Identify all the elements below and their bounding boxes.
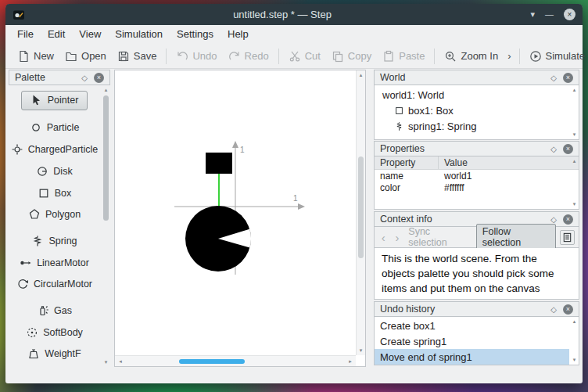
palette-item-polygon[interactable]: Polygon: [28, 206, 81, 223]
cut-button[interactable]: Cut: [283, 48, 326, 65]
back-arrow-icon[interactable]: ‹: [378, 232, 389, 243]
box1-object[interactable]: [206, 153, 232, 174]
simulate-button[interactable]: Simulate: [524, 48, 588, 65]
menu-settings[interactable]: Settings: [170, 25, 220, 44]
scroll-up-icon[interactable]: ▴: [570, 157, 579, 165]
paste-button[interactable]: Paste: [377, 48, 430, 65]
scrollbar-thumb[interactable]: [179, 359, 245, 364]
float-panel-icon[interactable]: ◇: [550, 215, 557, 224]
palette-item-particle[interactable]: Particle: [30, 120, 80, 137]
palette-item-linearmotor[interactable]: LinearMotor: [20, 254, 89, 272]
menu-simulation[interactable]: Simulation: [108, 25, 170, 44]
close-panel-icon[interactable]: ×: [563, 304, 573, 315]
scroll-down-icon[interactable]: ▾: [570, 131, 579, 138]
close-icon[interactable]: ×: [564, 9, 575, 20]
context-document-button[interactable]: [560, 230, 575, 245]
tree-item-world1[interactable]: world1: World: [375, 87, 569, 102]
column-value[interactable]: Value: [439, 157, 468, 168]
close-panel-icon[interactable]: ×: [563, 214, 573, 225]
property-row-name[interactable]: name world1: [375, 170, 579, 182]
titlebar[interactable]: untitled.step * — Step ▾ — ×: [5, 4, 583, 25]
palette-item-label: WeightF: [45, 348, 81, 359]
scroll-down-icon[interactable]: ▾: [357, 347, 365, 354]
undo-item-create-spring1[interactable]: Create spring1: [375, 333, 569, 349]
paste-clipboard-icon: [382, 50, 395, 63]
toolbar-overflow-chevron-icon[interactable]: ›: [504, 49, 514, 63]
pointer-cursor-icon: [30, 94, 43, 106]
menu-help[interactable]: Help: [220, 25, 256, 44]
scene-canvas[interactable]: 1 1 ▴ ▾ ◂ ▸: [114, 70, 366, 367]
undo-item-move-end-of-spring1[interactable]: Move end of spring1: [375, 349, 569, 365]
properties-scrollbar[interactable]: ▴ ▾: [570, 156, 579, 209]
palette-item-gas[interactable]: Gas: [37, 302, 72, 319]
menu-file[interactable]: File: [10, 25, 41, 44]
palette-item-disk[interactable]: Disk: [36, 163, 72, 180]
palette-item-label: Particle: [47, 122, 80, 133]
simulate-label: Simulate: [546, 50, 586, 62]
menu-view[interactable]: View: [72, 25, 108, 44]
scroll-down-icon[interactable]: ▾: [570, 200, 579, 208]
paste-label: Paste: [399, 50, 425, 62]
float-panel-icon[interactable]: ◇: [81, 74, 88, 82]
soft-body-icon: [26, 326, 38, 339]
tree-item-spring1[interactable]: spring1: Spring: [375, 118, 569, 134]
copy-button[interactable]: Copy: [326, 48, 377, 65]
properties-table-header: Property Value: [375, 156, 579, 170]
undo-item-create-box1[interactable]: Create box1: [375, 318, 569, 333]
sync-selection-button[interactable]: Sync selection: [406, 226, 472, 248]
palette-item-label: Box: [55, 188, 72, 199]
scroll-up-icon[interactable]: ▴: [570, 86, 579, 94]
polygon-icon: [28, 208, 41, 221]
linear-motor-icon: [20, 257, 32, 269]
undo-button[interactable]: Undo: [170, 48, 222, 65]
scrollbar-thumb[interactable]: [103, 95, 109, 221]
world-tree: world1: World box1: Box spring1: Spring …: [374, 85, 579, 140]
main-content: Palette ◇ × Pointer Particle: [5, 69, 583, 383]
undo-scrollbar[interactable]: ▴ ▾: [570, 317, 579, 365]
float-panel-icon[interactable]: ◇: [550, 145, 557, 153]
menu-edit[interactable]: Edit: [41, 25, 72, 44]
palette-item-chargedparticle[interactable]: ChargedParticle: [11, 141, 99, 158]
close-panel-icon[interactable]: ×: [94, 73, 104, 83]
palette-item-circularmotor[interactable]: CircularMotor: [16, 275, 92, 293]
save-button[interactable]: Save: [112, 48, 163, 65]
scroll-down-icon[interactable]: ▾: [570, 356, 579, 364]
palette-item-pointer[interactable]: Pointer: [21, 91, 88, 110]
palette-item-box[interactable]: Box: [38, 185, 72, 202]
app-icon: [13, 9, 25, 21]
minimize-icon[interactable]: —: [545, 10, 554, 19]
canvas-vertical-scrollbar[interactable]: ▴ ▾: [356, 70, 365, 355]
scene-view[interactable]: 1 1: [115, 70, 356, 355]
palette-item-weightforce[interactable]: WeightF: [27, 345, 81, 362]
cut-scissors-icon: [289, 50, 301, 63]
palette-item-spring[interactable]: Spring: [31, 232, 77, 250]
scroll-up-icon[interactable]: ▴: [570, 318, 579, 325]
scroll-left-icon[interactable]: ◂: [116, 356, 125, 367]
close-panel-icon[interactable]: ×: [563, 73, 573, 83]
canvas-horizontal-scrollbar[interactable]: ◂ ▸: [115, 355, 356, 366]
tree-item-box1[interactable]: box1: Box: [375, 102, 569, 118]
close-panel-icon[interactable]: ×: [563, 144, 573, 154]
scroll-right-icon[interactable]: ▸: [346, 356, 355, 367]
open-button[interactable]: Open: [59, 48, 112, 65]
scroll-up-icon[interactable]: ▴: [102, 86, 110, 94]
palette-scrollbar[interactable]: ▴ ▾: [102, 85, 110, 367]
world-scrollbar[interactable]: ▴ ▾: [570, 85, 579, 139]
new-button[interactable]: New: [12, 48, 59, 65]
column-property[interactable]: Property: [375, 156, 439, 169]
scrollbar-thumb[interactable]: [358, 156, 364, 258]
follow-selection-button[interactable]: Follow selection: [476, 224, 557, 250]
scroll-up-icon[interactable]: ▴: [357, 71, 365, 79]
zoom-in-button[interactable]: Zoom In: [439, 48, 504, 65]
shade-icon[interactable]: ▾: [530, 10, 535, 19]
toolbar-separator: [278, 49, 279, 64]
property-row-color[interactable]: color #ffffff: [375, 182, 579, 193]
palette-item-softbody[interactable]: SoftBody: [26, 324, 83, 341]
scroll-down-icon[interactable]: ▾: [102, 358, 110, 366]
properties-title: Properties: [380, 143, 550, 154]
forward-arrow-icon[interactable]: ›: [393, 232, 403, 243]
redo-button[interactable]: Redo: [223, 48, 274, 65]
tree-item-label: world1: World: [382, 89, 444, 101]
float-panel-icon[interactable]: ◇: [550, 305, 557, 314]
float-panel-icon[interactable]: ◇: [550, 74, 557, 82]
